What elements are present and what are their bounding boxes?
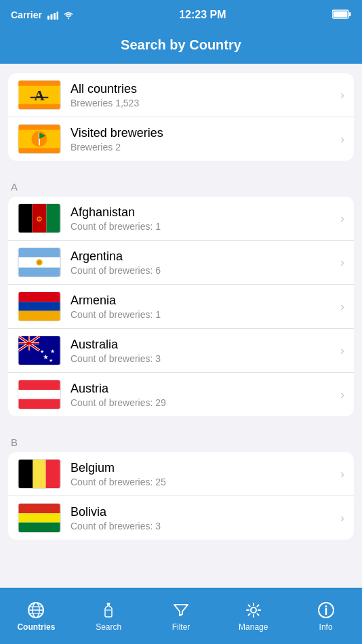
tab-filter[interactable]: Filter [145, 595, 218, 632]
list-item-belgium[interactable]: Belgium Count of breweries: 25 › [8, 452, 354, 496]
chevron-icon: › [340, 300, 344, 314]
country-name-bolivia: Bolivia [71, 505, 335, 519]
chevron-icon: › [340, 511, 344, 525]
list-item-bolivia[interactable]: Bolivia Count of breweries: 3 › [8, 496, 354, 540]
svg-rect-3 [56, 12, 58, 20]
visited-name: Visited breweries [71, 126, 335, 140]
page-title: Search by Country [121, 37, 241, 53]
flag-visited [18, 124, 61, 154]
all-countries-count: Breweries 1,523 [71, 98, 335, 108]
tab-info-label: Info [319, 622, 333, 632]
flag-belgium [18, 459, 61, 489]
list-item-argentina[interactable]: Argentina Count of breweries: 6 › [8, 241, 354, 285]
tab-filter-label: Filter [172, 622, 190, 632]
flag-argentina [18, 247, 61, 277]
chevron-icon: › [340, 132, 344, 146]
svg-rect-47 [33, 460, 45, 488]
chevron-icon: › [340, 467, 344, 481]
svg-rect-58 [107, 603, 110, 605]
flag-australia: ★ ★ ★ ★ [18, 336, 61, 365]
tab-manage[interactable]: Manage [217, 595, 289, 632]
list-item-australia[interactable]: ★ ★ ★ ★ Australia Count of breweries: 3 … [8, 329, 354, 373]
chevron-icon: › [340, 256, 344, 270]
svg-rect-43 [18, 380, 60, 390]
tab-search-label: Search [96, 622, 121, 632]
brewery-count-austria: Count of breweries: 29 [71, 397, 335, 408]
svg-rect-7 [333, 11, 347, 17]
country-name-argentina: Argentina [71, 249, 335, 264]
list-item-afghanistan[interactable]: ⚙ Afghanistan Count of breweries: 1 › [8, 197, 354, 241]
flag-bolivia [18, 503, 61, 533]
svg-rect-26 [18, 292, 60, 302]
list-item-visited[interactable]: Visited breweries Breweries 2 › [8, 117, 354, 161]
chevron-icon: › [340, 344, 344, 358]
list-item-all-countries[interactable]: A All countries Breweries 1,523 › [8, 73, 354, 117]
tab-countries-label: Countries [17, 622, 55, 632]
section-label-b: B [8, 430, 354, 452]
battery-icon [332, 9, 351, 21]
svg-point-62 [325, 605, 327, 607]
country-name-belgium: Belgium [71, 461, 335, 475]
svg-rect-1 [50, 14, 52, 20]
svg-rect-27 [18, 302, 60, 310]
svg-rect-50 [18, 513, 60, 522]
brewery-count-afghanistan: Count of breweries: 1 [71, 221, 335, 232]
list-item-armenia[interactable]: Armenia Count of breweries: 1 › [8, 285, 354, 329]
svg-rect-9 [18, 81, 60, 86]
flag-austria [18, 380, 61, 409]
svg-rect-28 [18, 311, 60, 321]
country-name-afghanistan: Afghanistan [71, 205, 335, 220]
svg-text:★: ★ [49, 358, 53, 363]
svg-rect-44 [18, 390, 60, 399]
top-card-group: A All countries Breweries 1,523 › [8, 73, 354, 161]
svg-text:★: ★ [43, 353, 49, 361]
country-name-australia: Australia [71, 338, 335, 352]
country-name-armenia: Armenia [71, 294, 335, 308]
flag-armenia [18, 291, 61, 321]
tab-info[interactable]: Info [289, 595, 362, 632]
card-group-a: ⚙ Afghanistan Count of breweries: 1 › Ar… [8, 197, 354, 416]
svg-rect-46 [18, 460, 33, 488]
brewery-count-australia: Count of breweries: 3 [71, 353, 335, 364]
tab-manage-label: Manage [239, 622, 268, 632]
svg-text:★: ★ [40, 349, 44, 354]
svg-rect-48 [46, 460, 60, 488]
svg-rect-6 [349, 12, 351, 16]
svg-rect-0 [47, 16, 49, 20]
chevron-icon: › [340, 388, 344, 402]
chevron-icon: › [340, 212, 344, 226]
svg-point-25 [37, 260, 41, 264]
svg-rect-18 [18, 204, 32, 233]
svg-point-4 [68, 18, 69, 19]
brewery-count-bolivia: Count of breweries: 3 [71, 521, 335, 531]
svg-rect-49 [18, 504, 60, 513]
flag-afghanistan: ⚙ [18, 203, 61, 233]
card-group-b: Belgium Count of breweries: 25 › Bolivia… [8, 452, 354, 540]
nav-bar: Search by Country [0, 30, 362, 64]
svg-text:A: A [34, 87, 45, 104]
brewery-count-argentina: Count of breweries: 6 [71, 265, 335, 276]
flag-apps: A [18, 80, 61, 110]
svg-rect-51 [18, 523, 60, 532]
country-name-austria: Austria [71, 382, 335, 396]
svg-text:⚙: ⚙ [36, 215, 43, 223]
list-item-austria[interactable]: Austria Count of breweries: 29 › [8, 373, 354, 416]
svg-rect-45 [18, 399, 60, 409]
svg-text:★: ★ [50, 348, 55, 355]
svg-rect-2 [54, 13, 56, 20]
section-label-a: A [8, 174, 354, 197]
content-area: A All countries Breweries 1,523 › [0, 64, 362, 614]
svg-rect-20 [47, 204, 60, 233]
tab-search[interactable]: Search [73, 595, 145, 632]
brewery-count-belgium: Count of breweries: 25 [71, 477, 335, 487]
tab-countries[interactable]: Countries [0, 595, 73, 632]
status-time: 12:23 PM [179, 9, 226, 21]
svg-point-59 [251, 607, 256, 613]
brewery-count-armenia: Count of breweries: 1 [71, 309, 335, 320]
status-bar: Carrier 12:23 PM [0, 0, 362, 30]
all-countries-name: All countries [71, 82, 335, 96]
chevron-icon: › [340, 88, 344, 102]
carrier-text: Carrier [11, 9, 73, 20]
tab-bar: Countries Search Filter Manage [0, 588, 362, 644]
visited-count: Breweries 2 [71, 142, 335, 153]
